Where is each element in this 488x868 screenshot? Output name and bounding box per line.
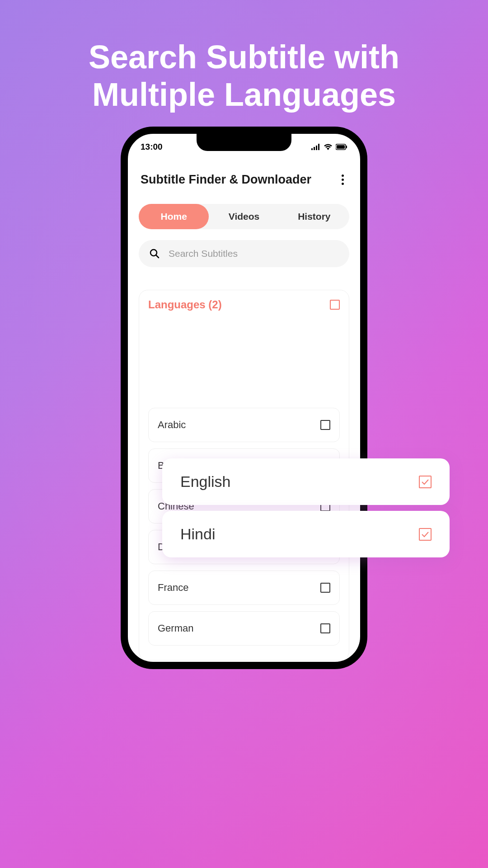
wifi-icon <box>324 144 332 150</box>
tabs: Home Videos History <box>139 204 349 229</box>
select-all-checkbox[interactable] <box>330 300 340 310</box>
selected-language-english[interactable]: English <box>162 458 450 505</box>
search-icon <box>150 249 160 259</box>
phone-frame: 13:00 Subtitle Finder & Downloader <box>121 127 367 669</box>
language-checkbox-checked[interactable] <box>419 476 432 488</box>
languages-title: Languages (2) <box>148 298 222 311</box>
svg-rect-5 <box>337 145 345 149</box>
tab-home[interactable]: Home <box>139 204 209 229</box>
app-title: Subtitle Finder & Downloader <box>141 173 311 187</box>
svg-line-8 <box>156 255 159 258</box>
notch <box>197 133 291 151</box>
signal-icon <box>311 144 320 150</box>
language-label: France <box>158 582 188 594</box>
tab-videos[interactable]: Videos <box>209 204 279 229</box>
language-checkbox-checked[interactable] <box>419 528 432 541</box>
selected-language-hindi[interactable]: Hindi <box>162 511 450 557</box>
tab-history[interactable]: History <box>279 204 349 229</box>
svg-rect-6 <box>346 146 347 148</box>
status-time: 13:00 <box>141 142 163 152</box>
menu-button[interactable] <box>338 171 347 189</box>
language-item-german[interactable]: German <box>148 611 340 646</box>
language-label: German <box>158 623 193 634</box>
search-input[interactable]: Search Subtitles <box>139 240 349 267</box>
language-checkbox[interactable] <box>320 583 330 593</box>
language-label: Arabic <box>158 419 186 431</box>
language-checkbox[interactable] <box>320 623 330 633</box>
selected-language-label: Hindi <box>180 525 215 543</box>
svg-rect-0 <box>311 148 313 150</box>
language-item-arabic[interactable]: Arabic <box>148 408 340 442</box>
battery-icon <box>336 144 347 150</box>
language-checkbox[interactable] <box>320 420 330 430</box>
svg-rect-1 <box>314 147 315 150</box>
language-item-france[interactable]: France <box>148 571 340 605</box>
selected-language-label: English <box>180 473 231 491</box>
svg-rect-3 <box>318 144 319 150</box>
search-placeholder: Search Subtitles <box>169 248 238 259</box>
svg-rect-2 <box>316 146 317 150</box>
